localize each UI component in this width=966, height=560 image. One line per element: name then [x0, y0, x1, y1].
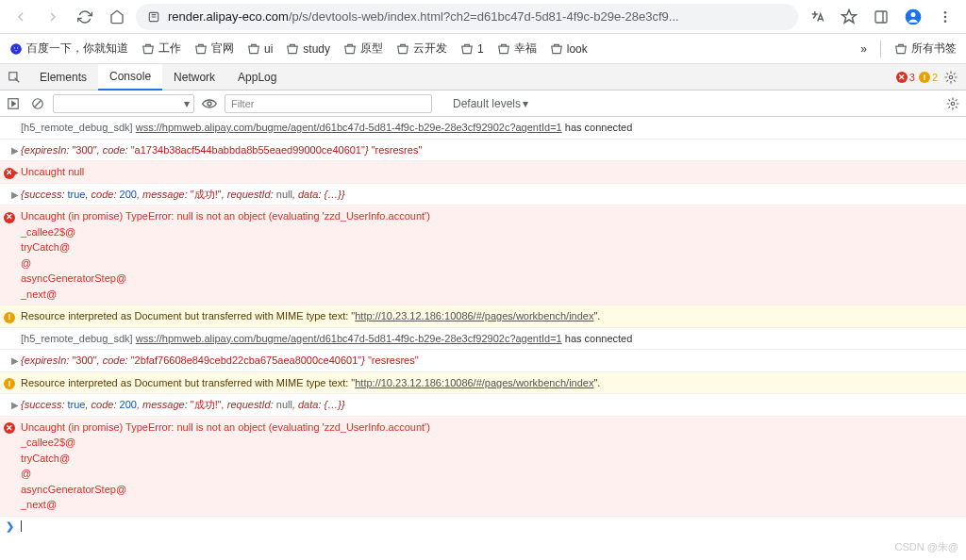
svg-point-16	[951, 102, 955, 106]
svg-point-15	[208, 102, 211, 106]
bookmark-item[interactable]: 百度一下，你就知道	[9, 41, 128, 57]
log-row: [h5_remote_debug_sdk] wss://hpmweb.alipa…	[0, 328, 966, 351]
url-domain: render.alipay-eco.com	[168, 9, 289, 24]
context-dropdown[interactable]: ▾	[53, 94, 194, 113]
log-row: [h5_remote_debug_sdk] wss://hpmweb.alipa…	[0, 117, 966, 140]
bookmarks-overflow-icon[interactable]: »	[860, 42, 867, 56]
devtools-settings-icon[interactable]	[941, 68, 960, 87]
log-row-error: ✕Uncaught (in promise) TypeError: null i…	[0, 206, 966, 305]
log-link[interactable]: http://10.23.12.186:10086/#/pages/workbe…	[355, 310, 593, 321]
bookmark-item[interactable]: 原型	[343, 41, 383, 57]
svg-point-5	[944, 11, 947, 14]
svg-point-4	[911, 12, 916, 17]
url-path: /p/s/devtools-web/index.html?ch2=d61bc47…	[289, 9, 679, 24]
expand-arrow-icon[interactable]: ▶	[11, 188, 19, 202]
toggle-sidebar-icon[interactable]	[4, 94, 23, 113]
inspect-icon[interactable]	[0, 64, 28, 91]
svg-point-10	[949, 75, 953, 79]
reload-icon[interactable]	[72, 4, 98, 30]
back-icon[interactable]	[8, 4, 34, 30]
svg-line-14	[35, 100, 42, 107]
log-row: ▶{expiresIn: "300", code: "a1734b38acf54…	[0, 140, 966, 162]
menu-icon[interactable]	[932, 4, 958, 30]
log-levels-dropdown[interactable]: Default levels ▾	[453, 97, 528, 110]
log-row-error: ✕Uncaught (in promise) TypeError: null i…	[0, 417, 966, 517]
tab-elements[interactable]: Elements	[28, 64, 98, 91]
watermark: CSDN @朱@	[894, 540, 958, 554]
star-icon[interactable]	[836, 4, 862, 30]
log-row-warning: !Resource interpreted as Document but tr…	[0, 372, 966, 395]
all-bookmarks[interactable]: 所有书签	[894, 41, 957, 57]
expand-arrow-icon[interactable]: ▶	[11, 354, 19, 368]
devtools-tabs: Elements Console Network AppLog ✕3 !2	[0, 64, 966, 91]
bookmarks-bar: 百度一下，你就知道 工作 官网 ui study 原型 云开发 1 幸福 loo…	[0, 34, 966, 64]
live-expression-icon[interactable]	[200, 94, 219, 113]
console-body: [h5_remote_debug_sdk] wss://hpmweb.alipa…	[0, 117, 966, 560]
svg-rect-1	[875, 11, 887, 23]
tab-applog[interactable]: AppLog	[226, 64, 288, 91]
expand-arrow-icon[interactable]: ▶	[11, 398, 19, 412]
bookmark-item[interactable]: 工作	[142, 41, 181, 57]
tab-console[interactable]: Console	[98, 64, 162, 91]
home-icon[interactable]	[104, 4, 130, 30]
log-row-warning: !Resource interpreted as Document but tr…	[0, 305, 966, 328]
site-info-icon	[147, 10, 160, 24]
translate-icon[interactable]	[804, 4, 830, 30]
svg-point-6	[944, 15, 947, 18]
bookmark-item[interactable]: look	[550, 42, 588, 56]
error-count-badge[interactable]: ✕3	[896, 72, 915, 83]
warning-count-badge[interactable]: !2	[919, 72, 938, 83]
svg-point-8	[10, 43, 22, 55]
bookmark-item[interactable]: 云开发	[396, 41, 447, 57]
expand-arrow-icon[interactable]: ▶	[11, 143, 19, 157]
sidepanel-icon[interactable]	[868, 4, 894, 30]
bookmark-item[interactable]: 幸福	[497, 41, 537, 57]
console-prompt[interactable]	[0, 517, 966, 537]
console-toolbar: ▾ Filter Default levels ▾	[0, 91, 966, 117]
log-link[interactable]: wss://hpmweb.alipay.com/bugme/agent/d61b…	[136, 333, 562, 344]
bookmark-item[interactable]: 1	[460, 42, 484, 56]
bookmark-item[interactable]: 官网	[194, 41, 234, 57]
bookmark-item[interactable]: study	[286, 42, 330, 56]
svg-point-7	[944, 20, 947, 23]
error-icon: ✕	[4, 208, 15, 224]
log-row-error: ✕▶Uncaught null	[0, 161, 966, 184]
log-row: ▶{expiresIn: "300", code: "2bfaf76608e84…	[0, 350, 966, 372]
profile-icon[interactable]	[900, 4, 926, 30]
tab-network[interactable]: Network	[162, 64, 226, 91]
warning-icon: !	[4, 308, 15, 324]
log-row: ▶{success: true, code: 200, message: "成功…	[0, 394, 966, 417]
clear-console-icon[interactable]	[28, 94, 47, 113]
log-link[interactable]: wss://hpmweb.alipay.com/bugme/agent/d61b…	[136, 122, 562, 133]
svg-marker-12	[12, 101, 15, 106]
log-row: ▶{success: true, code: 200, message: "成功…	[0, 184, 966, 206]
filter-input[interactable]: Filter	[225, 94, 432, 113]
console-settings-icon[interactable]	[943, 94, 962, 113]
error-icon: ✕	[4, 420, 15, 436]
bookmark-item[interactable]: ui	[247, 42, 273, 56]
warning-icon: !	[4, 375, 15, 391]
browser-toolbar: render.alipay-eco.com/p/s/devtools-web/i…	[0, 0, 966, 34]
url-bar[interactable]: render.alipay-eco.com/p/s/devtools-web/i…	[136, 4, 798, 30]
log-link[interactable]: http://10.23.12.186:10086/#/pages/workbe…	[355, 377, 593, 388]
forward-icon[interactable]	[40, 4, 66, 30]
expand-arrow-icon[interactable]: ▶	[11, 165, 19, 179]
